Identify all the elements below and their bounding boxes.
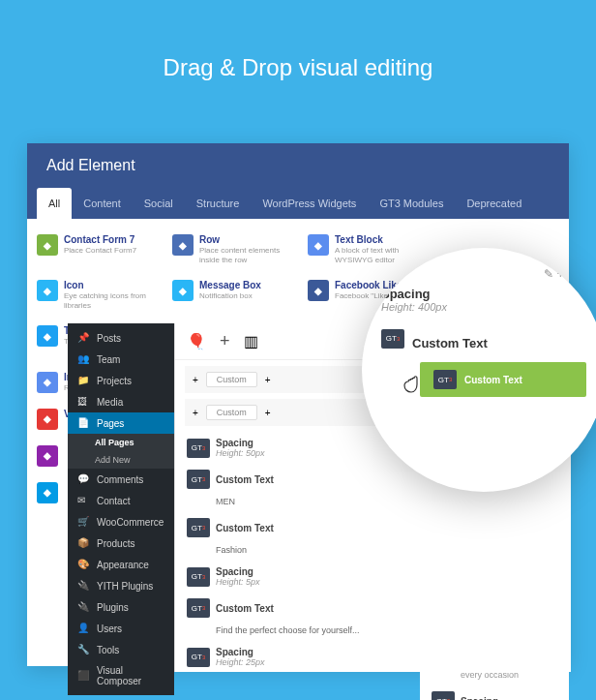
wp-menu-woocommerce[interactable]: 🛒WooCommerce [68, 511, 174, 533]
element-card[interactable]: ◆IconEye catching icons from libraries [33, 274, 164, 316]
drop-label: Custom Text [464, 375, 522, 385]
element-icon: ◆ [172, 280, 194, 301]
element-title: Message Box [199, 280, 261, 290]
spacing-title: Spacing [381, 287, 586, 301]
menu-icon: 📦 [77, 537, 89, 549]
menu-icon: ✉ [77, 495, 89, 506]
element-icon: ◆ [37, 445, 58, 467]
element-card[interactable]: ◆Text BlockA block of text with WYSIWYG … [304, 228, 435, 270]
element-icon: ◆ [308, 234, 329, 256]
gt3-icon: GT3 [187, 518, 210, 537]
zoom-circle: ✎ + ✎ Spacing Height: 400px GT3 Custom T… [362, 248, 596, 492]
element-desc: Place Contact Form7 [64, 246, 136, 256]
add-icon[interactable]: + [220, 331, 230, 351]
builder-block[interactable]: GT3SpacingHeight: 25px [175, 641, 571, 673]
tab-structure[interactable]: Structure [185, 188, 252, 219]
menu-icon: 💬 [77, 473, 89, 485]
element-icon: ◆ [37, 482, 58, 503]
element-title: Icon [64, 280, 161, 290]
wp-menu-projects[interactable]: 📁Projects [68, 370, 174, 391]
element-card[interactable]: ◆RowPlace content elements inside the ro… [168, 228, 300, 270]
element-title: Row [199, 234, 296, 245]
wp-menu-comments[interactable]: 💬Comments [68, 469, 174, 490]
element-icon: ◆ [37, 280, 58, 301]
wp-admin-sidebar: 📌Posts👥Team📁Projects🖼Media📄PagesAll Page… [68, 323, 174, 695]
element-desc: Place content elements inside the row [199, 246, 296, 264]
element-icon: ◆ [37, 409, 58, 430]
row-chip[interactable]: Custom [206, 405, 257, 420]
row-chip[interactable]: Custom [206, 372, 257, 387]
builder-block[interactable]: GT3Custom Text [175, 593, 571, 624]
plus-icon[interactable]: + [193, 375, 198, 385]
logo-icon: 🎈 [187, 332, 206, 350]
plus-icon[interactable]: + [265, 408, 271, 418]
tabs: AllContentSocialStructureWordPress Widge… [27, 188, 569, 219]
wp-menu-media[interactable]: 🖼Media [68, 391, 174, 412]
menu-icon: 👥 [77, 353, 89, 365]
gt3-icon: GT3 [187, 567, 210, 587]
menu-icon: 📄 [77, 417, 89, 429]
spacing-height: Height: 400px [381, 301, 586, 313]
gt3-icon: GT3 [187, 648, 210, 667]
menu-icon: ⬛ [77, 670, 89, 682]
wp-menu-yith-plugins[interactable]: 🔌YITH Plugins [68, 575, 174, 596]
wp-menu-team[interactable]: 👥Team [68, 349, 174, 370]
tab-deprecated[interactable]: Deprecated [455, 188, 533, 219]
element-card[interactable]: ◆Contact Form 7Place Contact Form7 [33, 228, 164, 270]
element-icon: ◆ [308, 280, 329, 301]
block-row[interactable]: GT3 Custom Text [381, 326, 586, 350]
tab-all[interactable]: All [37, 188, 72, 219]
template-icon[interactable]: ▥ [244, 332, 258, 350]
gt3-icon: GT3 [433, 370, 457, 389]
block-text: Fashion [175, 543, 571, 561]
grab-cursor-icon [402, 368, 428, 395]
tab-social[interactable]: Social [133, 188, 185, 219]
menu-icon: 🔌 [77, 580, 89, 592]
gt3-icon: GT3 [187, 598, 210, 618]
block-text: Find the perfect choose for yourself... [175, 624, 571, 641]
wp-menu-appearance[interactable]: 🎨Appearance [68, 554, 174, 575]
builder-block[interactable]: GT3SpacingHeight: 5px [175, 561, 571, 593]
element-title: Contact Form 7 [64, 234, 136, 245]
element-desc: Eye catching icons from libraries [64, 291, 161, 310]
custom-text-label: Custom Text [412, 336, 488, 350]
wp-menu-all-pages[interactable]: All Pages [68, 434, 174, 451]
wp-menu-tools[interactable]: 🔧Tools [68, 639, 174, 660]
wp-menu-add-new[interactable]: Add New [68, 451, 174, 469]
hero-title: Drag & Drop visual editing [0, 0, 596, 130]
plus-icon[interactable]: + [193, 408, 198, 418]
gt3-icon: GT3 [187, 470, 210, 489]
gt3-icon: GT3 [381, 329, 404, 349]
element-desc: Notification box [199, 291, 261, 301]
block-text: MEN [175, 495, 571, 512]
menu-icon: 🔌 [77, 601, 89, 613]
menu-icon: 🎨 [77, 559, 89, 570]
element-desc: A block of text with WYSIWYG editor [335, 246, 432, 264]
gt3-icon: GT3 [432, 691, 455, 700]
wp-menu-visual-composer[interactable]: ⬛Visual Composer [68, 660, 174, 691]
menu-icon: 📌 [77, 332, 89, 344]
tab-gt3-modules[interactable]: GT3 Modules [368, 188, 455, 219]
element-card[interactable]: ◆Message BoxNotification box [168, 274, 300, 316]
wp-menu-users[interactable]: 👤Users [68, 618, 174, 639]
tab-wordpress-widgets[interactable]: WordPress Widgets [251, 188, 368, 219]
element-icon: ◆ [172, 234, 194, 256]
menu-icon: 🛒 [77, 516, 89, 528]
wp-menu-posts[interactable]: 📌Posts [68, 327, 174, 349]
wp-menu-products[interactable]: 📦Products [68, 533, 174, 554]
menu-icon: 🔧 [77, 644, 89, 655]
right-block[interactable]: GT3SpacingHeight: 25px [428, 685, 561, 700]
element-icon: ◆ [37, 234, 58, 256]
menu-icon: 🖼 [77, 396, 89, 408]
builder-block[interactable]: GT3Custom Text [175, 512, 571, 543]
plus-icon[interactable]: + [265, 375, 271, 385]
menu-icon: 📁 [77, 375, 89, 386]
tab-content[interactable]: Content [72, 188, 133, 219]
panel-header: Add Element [27, 143, 569, 188]
wp-menu-plugins[interactable]: 🔌Plugins [68, 596, 174, 618]
element-icon: ◆ [37, 325, 58, 347]
wp-menu-contact[interactable]: ✉Contact [68, 490, 174, 511]
wp-menu-pages[interactable]: 📄Pages [68, 412, 174, 434]
drop-target[interactable]: GT3 Custom Text [420, 362, 586, 397]
menu-icon: 👤 [77, 623, 89, 634]
